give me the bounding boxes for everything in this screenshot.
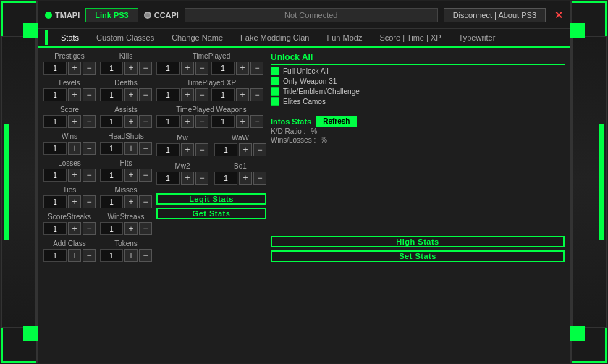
tokens-plus[interactable]: + (124, 249, 138, 262)
assists-minus[interactable]: − (139, 115, 152, 128)
headshots-input[interactable] (100, 142, 123, 155)
hits-minus[interactable]: − (139, 169, 152, 182)
mw2-minus[interactable]: − (195, 172, 208, 185)
ccapi-radio[interactable] (144, 12, 151, 19)
levels-minus[interactable]: − (83, 88, 96, 101)
tab-fun-modz[interactable]: Fun Modz (318, 29, 371, 48)
tab-stats[interactable]: Stats (52, 29, 88, 48)
timeplayedweapons-minus1[interactable]: − (195, 115, 208, 128)
losses-minus[interactable]: − (83, 169, 96, 182)
cb-title-emblem-check[interactable] (271, 87, 279, 96)
losses-input[interactable] (43, 169, 67, 182)
prestiges-input[interactable] (43, 62, 67, 75)
addclass-minus[interactable]: − (83, 249, 96, 262)
wins-minus[interactable]: − (83, 142, 96, 155)
misses-input[interactable] (100, 195, 123, 208)
mw2-input[interactable] (156, 172, 180, 185)
tab-custom-classes[interactable]: Custom Classes (88, 29, 163, 48)
scorestreaks-minus[interactable]: − (83, 222, 96, 235)
bo1-plus[interactable]: + (239, 172, 252, 185)
score-input[interactable] (43, 115, 67, 128)
levels-plus[interactable]: + (68, 88, 81, 101)
link-ps3-button[interactable]: Link PS3 (85, 8, 138, 22)
cb-elites-check[interactable] (271, 97, 279, 106)
timeplayedweapons-input1[interactable] (156, 115, 180, 128)
tab-score-time-xp[interactable]: Score | Time | XP (371, 29, 449, 48)
winstreaks-plus[interactable]: + (124, 222, 138, 235)
timeplayed-minus2[interactable]: − (250, 62, 263, 75)
mw-input[interactable] (156, 143, 180, 156)
hits-input[interactable] (100, 169, 123, 182)
losses-plus[interactable]: + (68, 169, 81, 182)
tokens-input[interactable] (100, 249, 123, 262)
score-minus[interactable]: − (83, 115, 96, 128)
bo1-input[interactable] (214, 172, 237, 185)
kills-plus[interactable]: + (124, 62, 138, 75)
tmapi-radio[interactable] (45, 12, 52, 19)
timeplayedxp-plus1[interactable]: + (181, 88, 194, 101)
ties-plus[interactable]: + (68, 195, 81, 208)
tab-fake-modding-clan[interactable]: Fake Modding Clan (232, 29, 318, 48)
assists-input[interactable] (100, 115, 123, 128)
cb-full-unlock-check[interactable] (271, 67, 279, 75)
waw-plus[interactable]: + (239, 143, 252, 156)
close-icon[interactable]: ✕ (554, 9, 563, 21)
timeplayedweapons-minus2[interactable]: − (250, 115, 263, 128)
levels-input[interactable] (43, 88, 67, 101)
hits-plus[interactable]: + (124, 169, 138, 182)
timeplayed-minus1[interactable]: − (195, 62, 208, 75)
tab-typewriter[interactable]: Typewriter (450, 29, 504, 48)
tab-change-name[interactable]: Change Name (163, 29, 232, 48)
timeplayedweapons-input2[interactable] (211, 115, 235, 128)
timeplayedweapons-plus1[interactable]: + (181, 115, 194, 128)
waw-input[interactable] (214, 143, 237, 156)
mw2-plus[interactable]: + (181, 172, 194, 185)
assists-plus[interactable]: + (124, 115, 138, 128)
disconnect-button[interactable]: Disconnect | About PS3 (444, 8, 546, 22)
misses-minus[interactable]: − (139, 195, 152, 208)
timeplayedxp-plus2[interactable]: + (236, 88, 249, 101)
kills-minus[interactable]: − (139, 62, 152, 75)
addclass-input[interactable] (43, 249, 67, 262)
scorestreaks-input[interactable] (43, 222, 67, 235)
high-stats-button[interactable]: High Stats (271, 236, 565, 247)
deaths-minus[interactable]: − (139, 88, 152, 101)
score-plus[interactable]: + (68, 115, 81, 128)
timeplayed-input1[interactable] (156, 62, 180, 75)
winstreaks-minus[interactable]: − (139, 222, 152, 235)
cb-only-weapon-check[interactable] (271, 77, 279, 85)
ties-minus[interactable]: − (83, 195, 96, 208)
timeplayed-input2[interactable] (211, 62, 235, 75)
timeplayedweapons-plus2[interactable]: + (236, 115, 249, 128)
scorestreaks-plus[interactable]: + (68, 222, 81, 235)
timeplayedxp-input2[interactable] (211, 88, 235, 101)
timeplayedxp-minus2[interactable]: − (250, 88, 263, 101)
wins-plus[interactable]: + (68, 142, 81, 155)
deaths-plus[interactable]: + (124, 88, 138, 101)
refresh-button[interactable]: Refresh (316, 116, 357, 127)
wins-input[interactable] (43, 142, 67, 155)
addclass-plus[interactable]: + (68, 249, 81, 262)
bo1-minus[interactable]: − (253, 172, 266, 185)
misses-plus[interactable]: + (124, 195, 138, 208)
headshots-plus[interactable]: + (124, 142, 138, 155)
timeplayedxp-input1[interactable] (156, 88, 180, 101)
set-stats-button[interactable]: Set Stats (271, 250, 565, 262)
prestiges-plus[interactable]: + (68, 62, 81, 75)
timeplayed-plus2[interactable]: + (236, 62, 249, 75)
winstreaks-input[interactable] (100, 222, 123, 235)
get-stats-button[interactable]: Get Stats (156, 208, 266, 219)
deaths-label: Deaths (100, 79, 152, 87)
kills-input[interactable] (100, 62, 123, 75)
headshots-minus[interactable]: − (139, 142, 152, 155)
legit-stats-button[interactable]: Legit Stats (156, 193, 266, 205)
deaths-input[interactable] (100, 88, 123, 101)
waw-minus[interactable]: − (253, 143, 266, 156)
ties-input[interactable] (43, 195, 67, 208)
mw-minus[interactable]: − (195, 143, 208, 156)
tokens-minus[interactable]: − (139, 249, 152, 262)
prestiges-minus[interactable]: − (83, 62, 96, 75)
timeplayed-plus1[interactable]: + (181, 62, 194, 75)
mw-plus[interactable]: + (181, 143, 194, 156)
timeplayedxp-minus1[interactable]: − (195, 88, 208, 101)
